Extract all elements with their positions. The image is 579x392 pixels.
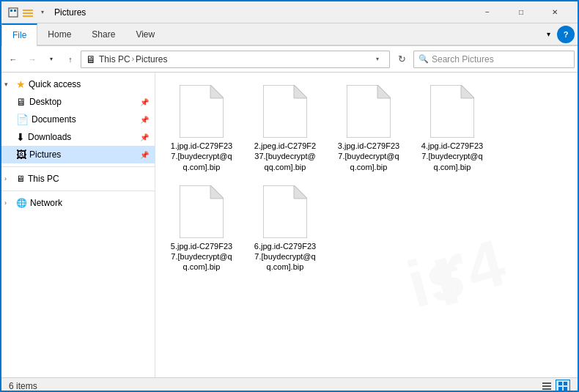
file-icon-4 [430, 85, 474, 138]
forward-button[interactable]: → [23, 51, 41, 68]
path-dropdown-icon[interactable]: ▾ [370, 51, 385, 68]
svg-rect-22 [542, 385, 551, 387]
svg-rect-25 [564, 382, 567, 385]
sidebar-item-documents[interactable]: 📄 Documents 📌 [1, 111, 155, 128]
file-label-2: 2.jpeg.id-C279F237.[buydecrypt@qq.com].b… [254, 141, 316, 172]
address-path[interactable]: 🖥 This PC › Pictures ▾ [81, 51, 390, 68]
svg-rect-23 [542, 388, 551, 390]
thispc-icon: 🖥 [16, 174, 25, 184]
svg-rect-27 [564, 387, 567, 391]
sidebar-item-downloads[interactable]: ⬇ Downloads 📌 [1, 128, 155, 146]
svg-marker-14 [377, 85, 391, 98]
tab-view[interactable]: View [125, 23, 165, 45]
downloads-pin-icon: 📌 [140, 133, 149, 141]
sidebar-section-thispc[interactable]: › 🖥 This PC [1, 170, 155, 188]
path-thispc: This PC [99, 54, 130, 64]
network-label: Network [30, 198, 62, 208]
qat-icon2[interactable] [22, 7, 34, 18]
status-bar: 6 items [1, 377, 578, 392]
svg-rect-26 [558, 387, 562, 391]
path-pictures: Pictures [136, 54, 167, 64]
file-icon-6 [263, 185, 307, 238]
file-item-5[interactable]: 5.jpg.id-C279F237.[buydecrypt@qq.com].bi… [161, 179, 242, 276]
file-label-6: 6.jpg.id-C279F237.[buydecrypt@qq.com].bi… [254, 241, 316, 273]
maximize-button[interactable]: □ [504, 1, 538, 23]
svg-rect-3 [23, 10, 33, 11]
main-content: ▾ ★ Quick access 🖥 Desktop 📌 📄 Documents… [1, 73, 578, 377]
back-button[interactable]: ← [4, 51, 22, 68]
svg-rect-21 [542, 382, 551, 384]
svg-rect-1 [10, 10, 12, 12]
svg-rect-5 [23, 15, 33, 17]
sidebar-desktop-label: Desktop [29, 97, 62, 107]
tab-file[interactable]: File [1, 23, 37, 46]
list-view-button[interactable] [539, 380, 554, 393]
sidebar: ▾ ★ Quick access 🖥 Desktop 📌 📄 Documents… [1, 73, 155, 377]
sidebar-pictures-label: Pictures [29, 149, 61, 160]
file-icon-2 [263, 85, 307, 138]
svg-rect-0 [9, 8, 18, 17]
close-button[interactable]: ✕ [538, 1, 572, 23]
tab-share[interactable]: Share [81, 23, 125, 45]
documents-pin-icon: 📌 [140, 116, 149, 124]
thispc-chevron: › [4, 175, 13, 182]
quick-access-star: ★ [16, 78, 26, 90]
minimize-button[interactable]: − [471, 1, 504, 23]
refresh-button[interactable]: ↻ [391, 49, 412, 70]
search-input[interactable]: Search Pictures [432, 54, 569, 64]
sidebar-downloads-label: Downloads [28, 132, 71, 142]
tab-home[interactable]: Home [37, 23, 81, 45]
network-chevron: › [4, 199, 13, 207]
grid-view-button[interactable] [556, 380, 570, 393]
svg-marker-10 [210, 85, 224, 98]
file-item-1[interactable]: 1.jpg.id-C279F237.[buydecrypt@qq.com].bi… [161, 78, 242, 176]
file-label-5: 5.jpg.id-C279F237.[buydecrypt@qq.com].bi… [171, 241, 232, 273]
sidebar-item-pictures[interactable]: 🖼 Pictures 📌 [1, 146, 155, 163]
svg-rect-4 [23, 12, 33, 14]
sidebar-section-quick-access[interactable]: ▾ ★ Quick access [1, 75, 155, 93]
desktop-icon: 🖥 [16, 96, 26, 108]
svg-rect-2 [14, 10, 16, 12]
downloads-icon: ⬇ [16, 131, 25, 143]
sidebar-item-desktop[interactable]: 🖥 Desktop 📌 [1, 93, 155, 111]
thispc-label: This PC [28, 174, 59, 184]
quick-access-label: Quick access [29, 79, 81, 89]
file-item-4[interactable]: 4.jpg.id-C279F237.[buydecrypt@qq.com].bi… [412, 78, 493, 176]
sidebar-section-network[interactable]: › 🌐 Network [1, 194, 155, 212]
svg-marker-20 [294, 185, 307, 199]
recent-locations-button[interactable]: ▾ [43, 51, 60, 68]
title-bar-icons: ▾ [7, 7, 48, 18]
file-item-3[interactable]: 3.jpg.id-C279F237.[buydecrypt@qq.com].bi… [328, 78, 409, 176]
window-title: Pictures [54, 7, 471, 18]
qat-icon1[interactable] [7, 7, 19, 18]
file-label-3: 3.jpg.id-C279F237.[buydecrypt@qq.com].bi… [338, 141, 399, 172]
sidebar-divider1 [1, 166, 155, 167]
desktop-pin-icon: 📌 [140, 98, 149, 106]
title-bar: ▾ Pictures − □ ✕ [1, 1, 578, 23]
items-count: 6 items [9, 381, 37, 391]
help-button[interactable]: ? [557, 26, 575, 43]
pictures-pin-icon: 📌 [140, 151, 149, 159]
search-box[interactable]: 🔍 Search Pictures [413, 51, 575, 68]
network-icon: 🌐 [16, 198, 27, 208]
ribbon: File Home Share View ▾ ? [1, 23, 578, 46]
up-button[interactable]: ↑ [62, 51, 79, 68]
svg-marker-16 [461, 85, 474, 98]
file-item-6[interactable]: 6.jpg.id-C279F237.[buydecrypt@qq.com].bi… [245, 179, 325, 276]
file-area: 1.jpg.id-C279F237.[buydecrypt@qq.com].bi… [155, 73, 578, 282]
sidebar-documents-label: Documents [32, 114, 76, 125]
file-label-1: 1.jpg.id-C279F237.[buydecrypt@qq.com].bi… [171, 141, 232, 172]
ribbon-collapse-button[interactable]: ▾ [539, 26, 557, 43]
pictures-icon: 🖼 [16, 149, 26, 160]
svg-marker-12 [294, 85, 307, 98]
quick-access-chevron: ▾ [4, 81, 13, 88]
qat-dropdown[interactable]: ▾ [37, 7, 48, 18]
file-item-2[interactable]: 2.jpeg.id-C279F237.[buydecrypt@qq.com].b… [245, 78, 325, 176]
search-icon: 🔍 [418, 54, 429, 64]
svg-rect-24 [558, 382, 562, 385]
file-label-4: 4.jpg.id-C279F237.[buydecrypt@qq.com].bi… [421, 141, 483, 172]
ribbon-tabs: File Home Share View ▾ ? [1, 23, 578, 45]
address-bar: ← → ▾ ↑ 🖥 This PC › Pictures ▾ ↻ 🔍 Searc… [1, 46, 578, 73]
path-separator1: › [132, 55, 134, 63]
file-icon-1 [180, 85, 224, 138]
